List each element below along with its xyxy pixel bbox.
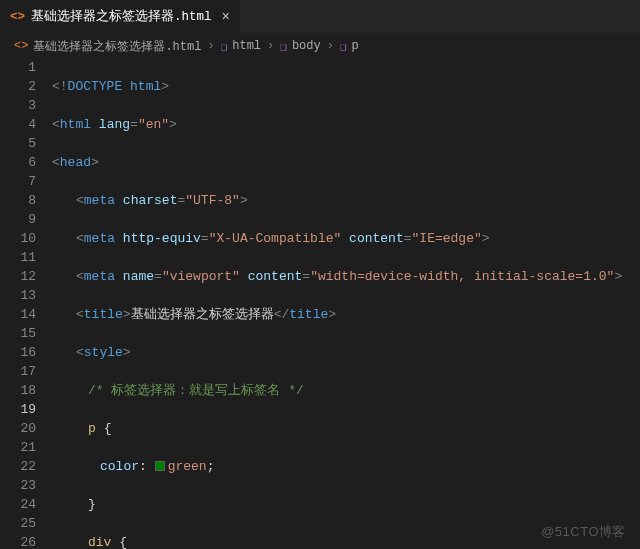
editor-tab[interactable]: <> 基础选择器之标签选择器.html × (0, 0, 240, 33)
line-number: 20 (0, 419, 36, 438)
line-number: 22 (0, 457, 36, 476)
chevron-right-icon: › (267, 39, 274, 53)
line-number: 2 (0, 77, 36, 96)
line-number: 21 (0, 438, 36, 457)
breadcrumb-item-p[interactable]: ❑ p (340, 39, 359, 53)
tab-filename: 基础选择器之标签选择器.html (31, 8, 212, 25)
line-number: 10 (0, 229, 36, 248)
code-editor[interactable]: 1234567891011121314151617181920212223242… (0, 58, 640, 549)
line-number: 12 (0, 267, 36, 286)
code-content[interactable]: <!DOCTYPE html> <html lang="en"> <head> … (52, 58, 640, 549)
line-number: 18 (0, 381, 36, 400)
chevron-right-icon: › (327, 39, 334, 53)
element-icon: ❑ (221, 40, 228, 53)
line-number: 11 (0, 248, 36, 267)
line-number: 17 (0, 362, 36, 381)
chevron-right-icon: › (207, 39, 214, 53)
breadcrumb: <> 基础选择器之标签选择器.html › ❑ html › ❑ body › … (0, 34, 640, 58)
breadcrumb-item-html[interactable]: ❑ html (221, 39, 261, 53)
line-number: 1 (0, 58, 36, 77)
element-icon: ❑ (340, 40, 347, 53)
tab-bar: <> 基础选择器之标签选择器.html × (0, 0, 640, 34)
line-number: 24 (0, 495, 36, 514)
line-number: 25 (0, 514, 36, 533)
line-number: 7 (0, 172, 36, 191)
line-number: 14 (0, 305, 36, 324)
line-number: 23 (0, 476, 36, 495)
line-number: 4 (0, 115, 36, 134)
element-icon: ❑ (280, 40, 287, 53)
line-number: 26 (0, 533, 36, 549)
line-number: 6 (0, 153, 36, 172)
line-number-gutter: 1234567891011121314151617181920212223242… (0, 58, 52, 549)
close-icon[interactable]: × (222, 9, 230, 25)
breadcrumb-file[interactable]: <> 基础选择器之标签选择器.html (14, 38, 201, 55)
line-number: 8 (0, 191, 36, 210)
watermark: @51CTO博客 (541, 523, 626, 541)
color-swatch-green (155, 461, 165, 471)
line-number: 5 (0, 134, 36, 153)
html-file-icon: <> (10, 10, 25, 24)
line-number: 16 (0, 343, 36, 362)
line-number: 13 (0, 286, 36, 305)
line-number: 19 (0, 400, 36, 419)
line-number: 15 (0, 324, 36, 343)
line-number: 9 (0, 210, 36, 229)
breadcrumb-item-body[interactable]: ❑ body (280, 39, 320, 53)
line-number: 3 (0, 96, 36, 115)
html-file-icon: <> (14, 39, 28, 53)
